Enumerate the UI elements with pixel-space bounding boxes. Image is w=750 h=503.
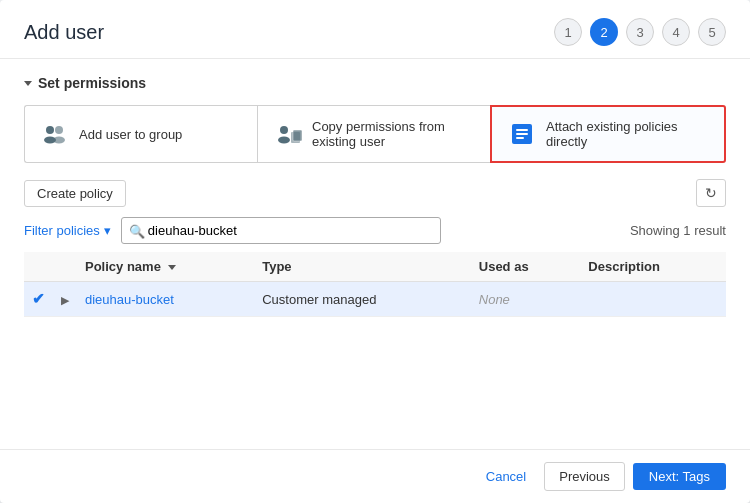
showing-label: Showing 1 result [630, 223, 726, 238]
search-input[interactable] [121, 217, 441, 244]
svg-rect-10 [516, 133, 528, 135]
svg-point-3 [53, 137, 65, 144]
create-policy-button[interactable]: Create policy [24, 180, 126, 207]
add-user-modal: Add user 1 2 3 4 5 Set permissions [0, 0, 750, 503]
perm-option-group[interactable]: Add user to group [24, 105, 257, 163]
col-checkbox [24, 252, 53, 282]
modal-header: Add user 1 2 3 4 5 [0, 0, 750, 59]
col-expand [53, 252, 77, 282]
modal-title: Add user [24, 21, 104, 44]
filter-policies-button[interactable]: Filter policies ▾ [24, 223, 111, 238]
search-icon: 🔍 [129, 223, 145, 238]
filter-chevron-icon: ▾ [104, 223, 111, 238]
row-description [580, 282, 726, 317]
user-copy-icon [274, 122, 302, 146]
svg-rect-11 [516, 137, 524, 139]
svg-rect-9 [516, 129, 528, 131]
policy-name-link[interactable]: dieuhau-bucket [85, 292, 174, 307]
col-used-as: Used as [471, 252, 581, 282]
previous-button[interactable]: Previous [544, 462, 625, 491]
section-chevron-icon[interactable] [24, 81, 32, 86]
col-type: Type [254, 252, 471, 282]
modal-body: Set permissions Add user to group [0, 59, 750, 449]
filter-search-row: Filter policies ▾ 🔍 Showing 1 result [24, 217, 726, 244]
cancel-button[interactable]: Cancel [476, 463, 536, 490]
checkmark-icon: ✔ [32, 290, 45, 307]
perm-option-policy[interactable]: Attach existing policies directly [490, 105, 726, 163]
table-row: ✔ ▶ dieuhau-bucket Customer managed None [24, 282, 726, 317]
sort-icon [168, 265, 176, 270]
steps-indicator: 1 2 3 4 5 [554, 18, 726, 46]
svg-point-5 [278, 137, 290, 144]
table-header-row: Policy name Type Used as Description [24, 252, 726, 282]
section-title: Set permissions [24, 75, 726, 91]
modal-footer: Cancel Previous Next: Tags [0, 449, 750, 503]
col-description: Description [580, 252, 726, 282]
policy-table: Policy name Type Used as Description [24, 252, 726, 317]
policy-icon [508, 122, 536, 146]
step-5: 5 [698, 18, 726, 46]
group-icon [41, 122, 69, 146]
col-policy-name: Policy name [77, 252, 254, 282]
permission-options: Add user to group Copy permissions from … [24, 105, 726, 163]
filter-label: Filter policies [24, 223, 100, 238]
row-type: Customer managed [254, 282, 471, 317]
svg-rect-7 [293, 130, 302, 141]
perm-option-copy-label: Copy permissions from existing user [312, 119, 474, 149]
perm-option-policy-label: Attach existing policies directly [546, 119, 708, 149]
svg-point-2 [55, 126, 63, 134]
used-as-value: None [479, 292, 510, 307]
toolbar-row: Create policy ↻ [24, 179, 726, 207]
perm-option-group-label: Add user to group [79, 127, 182, 142]
step-2: 2 [590, 18, 618, 46]
refresh-button[interactable]: ↻ [696, 179, 726, 207]
step-3: 3 [626, 18, 654, 46]
row-expand-cell[interactable]: ▶ [53, 282, 77, 317]
refresh-icon: ↻ [705, 185, 717, 201]
svg-point-4 [280, 126, 288, 134]
step-4: 4 [662, 18, 690, 46]
row-used-as: None [471, 282, 581, 317]
expand-arrow-icon[interactable]: ▶ [61, 294, 69, 306]
search-input-wrap: 🔍 [121, 217, 441, 244]
row-checkbox-cell[interactable]: ✔ [24, 282, 53, 317]
svg-point-0 [46, 126, 54, 134]
row-policy-name: dieuhau-bucket [77, 282, 254, 317]
next-button[interactable]: Next: Tags [633, 463, 726, 490]
step-1: 1 [554, 18, 582, 46]
section-title-text: Set permissions [38, 75, 146, 91]
perm-option-copy[interactable]: Copy permissions from existing user [257, 105, 490, 163]
